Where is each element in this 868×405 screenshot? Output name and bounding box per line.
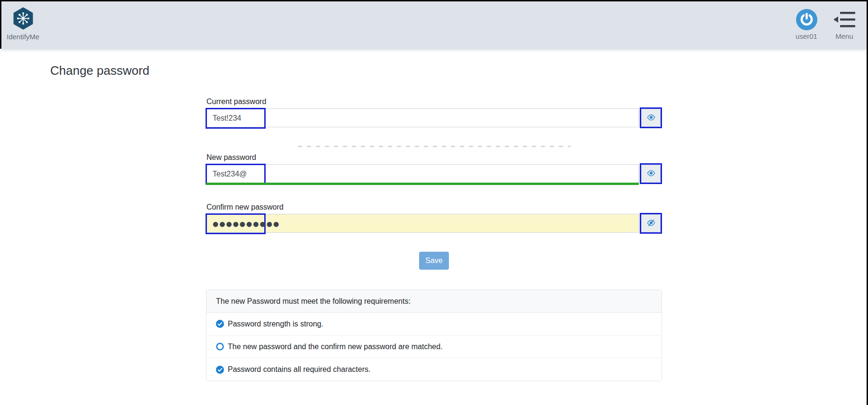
confirm-password-label: Confirm new password	[206, 202, 662, 211]
section-divider	[298, 146, 571, 147]
brand-label: IdentifyMe	[7, 33, 39, 41]
requirement-label: Password contains all required character…	[228, 365, 370, 374]
requirements-title: The new Password must meet the following…	[206, 290, 662, 313]
confirm-password-row: ●●●●●●●●●●	[206, 214, 662, 233]
confirm-password-input[interactable]: ●●●●●●●●●●	[206, 214, 639, 233]
requirement-label: Password strength is strong.	[228, 320, 323, 328]
confirm-password-eye-highlight	[640, 213, 662, 234]
password-strength-bar	[206, 183, 639, 185]
current-password-row: Test!234	[206, 108, 662, 127]
eye-off-icon	[647, 219, 655, 229]
current-password-eye-highlight	[640, 107, 662, 128]
menu-label: Menu	[835, 32, 853, 40]
save-row: Save	[206, 252, 662, 270]
requirement-label: The new password and the confirm new pas…	[228, 343, 443, 351]
eye-icon	[647, 113, 655, 123]
eye-icon	[647, 169, 655, 179]
page-title: Change password	[50, 63, 868, 79]
brand-hexagon-icon	[12, 7, 34, 32]
user-label: user01	[796, 32, 817, 40]
main-content: Change password Current password Test!23…	[0, 63, 868, 381]
power-icon	[796, 9, 817, 30]
menu-button[interactable]: Menu	[832, 9, 856, 40]
new-password-row: Test234@	[206, 164, 662, 183]
menu-collapse-icon	[833, 9, 855, 30]
header-actions: user01 Menu	[795, 9, 856, 40]
save-button[interactable]: Save	[419, 252, 448, 270]
confirm-password-value-highlight: ●●●●●●●●●●	[206, 213, 266, 234]
requirement-status-icon	[216, 366, 224, 374]
requirements-panel: The new Password must meet the following…	[206, 290, 662, 381]
brand-logo[interactable]: IdentifyMe	[7, 7, 39, 41]
new-password-value: Test234@	[213, 170, 247, 178]
confirm-password-toggle-visibility-button[interactable]	[641, 214, 661, 232]
current-password-input[interactable]: Test!234	[206, 108, 639, 127]
current-password-toggle-visibility-button[interactable]	[641, 109, 661, 127]
window-top-edge	[0, 0, 868, 1]
requirement-status-icon	[216, 343, 224, 351]
confirm-password-masked-value: ●●●●●●●●●●	[213, 220, 280, 228]
window-left-edge	[0, 0, 1, 49]
requirement-status-icon	[216, 320, 224, 328]
current-password-label: Current password	[206, 97, 662, 106]
user-logout-button[interactable]: user01	[795, 9, 818, 40]
new-password-label: New password	[206, 153, 662, 162]
requirement-row: Password strength is strong.	[206, 313, 662, 335]
new-password-value-highlight: Test234@	[206, 164, 266, 185]
change-password-form: Current password Test!234 N	[206, 97, 662, 381]
requirement-row: The new password and the confirm new pas…	[206, 335, 662, 358]
current-password-value: Test!234	[213, 114, 241, 123]
current-password-value-highlight: Test!234	[206, 108, 266, 129]
new-password-eye-highlight	[640, 163, 662, 184]
app-header: IdentifyMe user01 Menu	[0, 1, 868, 49]
new-password-input[interactable]: Test234@	[206, 164, 639, 183]
new-password-toggle-visibility-button[interactable]	[641, 165, 661, 183]
requirement-row: Password contains all required character…	[206, 358, 662, 381]
